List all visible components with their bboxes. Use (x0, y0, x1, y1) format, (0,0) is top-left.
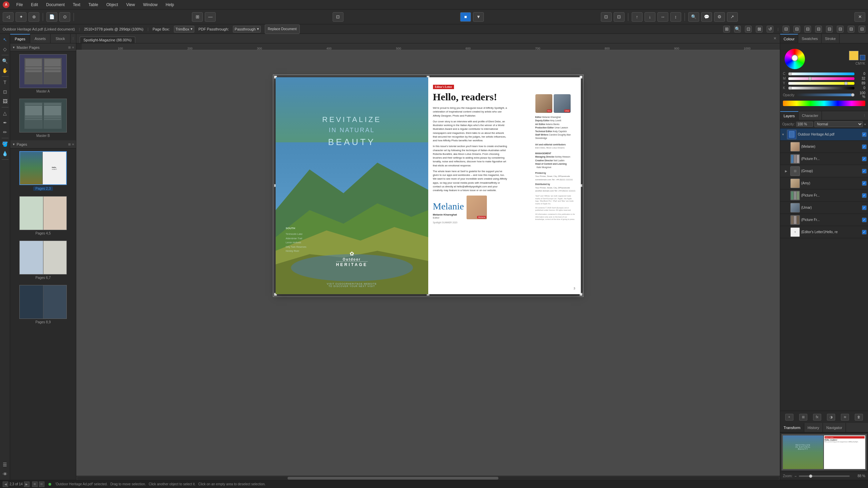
slider-k[interactable] (788, 87, 854, 89)
layers-mask-btn[interactable]: ◑ (827, 414, 835, 421)
opacity-slider[interactable] (796, 94, 854, 96)
status-book-btn[interactable]: ⊟ (39, 482, 44, 487)
tab-colour[interactable]: Colour (780, 34, 798, 43)
scrollbar-horizontal[interactable] (76, 476, 780, 480)
pages-header[interactable]: ▼ Pages ⊞ ≡ (10, 140, 76, 148)
slider-c[interactable] (788, 73, 854, 75)
doc-tool-3[interactable]: ⊡ (745, 26, 752, 33)
menu-edit[interactable]: Edit (29, 2, 39, 8)
tool-shape[interactable]: △ (1, 109, 9, 118)
doc-align-4[interactable]: ⊟ (815, 26, 822, 33)
page-box-dropdown[interactable]: TrimBox ▾ (174, 26, 195, 33)
toolbar-settings[interactable]: ⚙ (714, 12, 725, 22)
layer-amy-vis[interactable] (862, 181, 867, 186)
tab-navigator[interactable]: Navigator (823, 423, 846, 432)
layer-pdf[interactable]: ▼ Outdoor Heritage Ad.pdf (780, 128, 868, 141)
blend-mode-select[interactable]: Normal (814, 121, 863, 127)
toolbar-btn-2[interactable]: ✦ (16, 12, 26, 22)
tool-frame[interactable]: ⊡ (1, 87, 9, 96)
tool-node[interactable]: ◇ (1, 45, 9, 54)
tab-layers[interactable]: Layers (780, 111, 798, 120)
doc-align-5[interactable]: ⊟ (826, 26, 833, 33)
foreground-color[interactable] (849, 51, 859, 60)
layer-picture-fr-3[interactable]: (Picture Fr... (780, 214, 868, 226)
menu-view[interactable]: View (125, 2, 136, 8)
tab-swatches[interactable]: Swatches (798, 34, 822, 43)
slider-m[interactable] (788, 77, 854, 80)
layers-delete-btn[interactable]: 🗑 (855, 414, 863, 421)
pages-4-5-thumbnail[interactable]: Pages 4,5 (10, 194, 76, 238)
tool-image[interactable]: 🖼 (1, 97, 9, 106)
doc-align-8[interactable]: ⊟ (859, 26, 865, 33)
toolbar-arrange1[interactable]: ↑ (632, 12, 643, 22)
status-next-btn[interactable]: ▶ (24, 482, 29, 487)
slider-y[interactable] (788, 82, 854, 85)
color-gradient-bar[interactable] (783, 101, 865, 106)
toolbar-color2[interactable]: ▼ (473, 12, 484, 22)
layer-picture-fr-1[interactable]: (Picture Fr... (780, 153, 868, 165)
page-left[interactable]: REVITALIZE IN NATURAL BEAUTY SOUTH Tirri… (276, 77, 428, 294)
tool-select[interactable]: ↖ (1, 35, 9, 44)
layer-picture-fr-2-vis[interactable] (862, 193, 867, 198)
layer-picture-fr-1-vis[interactable] (862, 157, 867, 161)
pages-2-3-thumbnail[interactable]: Hello, readers! Pages 2,3 (10, 148, 76, 194)
toolbar-color1[interactable]: ■ (460, 12, 471, 22)
menu-help[interactable]: Help (164, 2, 176, 8)
status-prev-btn[interactable]: ◀ (3, 482, 8, 487)
doc-align-3[interactable]: ⊟ (804, 26, 811, 33)
panel-options[interactable]: ⋮ (71, 34, 76, 43)
toolbar-align1[interactable]: ⊡ (601, 12, 612, 22)
menu-document[interactable]: Document (45, 2, 66, 8)
status-grid-btn[interactable]: ⊞ (32, 482, 38, 487)
layer-umar[interactable]: (Umar) (780, 202, 868, 214)
toolbar-search[interactable]: 🔍 (688, 12, 699, 22)
layer-pdf-expand[interactable]: ▼ (782, 133, 786, 136)
pages-8-9-thumbnail[interactable]: Pages 8,9 (10, 282, 76, 327)
toolbar-btn-6[interactable]: — (205, 12, 216, 22)
toolbar-arrange4[interactable]: ↕ (670, 12, 681, 22)
master-pages-header[interactable]: ▼ Master Pages ⊞ ≡ (10, 43, 76, 52)
toolbar-btn-3[interactable]: ⊕ (28, 12, 39, 22)
pages-6-7-thumbnail[interactable]: Pages 6,7 (10, 238, 76, 282)
layer-group-vis[interactable] (862, 169, 867, 174)
layer-group-expand[interactable]: ▶ (785, 169, 789, 173)
canvas-scroll-area[interactable]: REVITALIZE IN NATURAL BEAUTY SOUTH Tirri… (76, 50, 780, 476)
page-right[interactable]: Editor's Letter Hello, readers! We're pr… (428, 77, 581, 294)
toolbar-btn-5[interactable]: ⊙ (59, 12, 70, 22)
toolbar-arrange2[interactable]: ↓ (645, 12, 655, 22)
tool-zoom[interactable]: 🔍 (1, 57, 9, 65)
toolbar-view-mode[interactable]: ⊡ (333, 12, 343, 22)
canvas-tab[interactable]: Spotlight-Magazine (88.00%) (80, 37, 135, 43)
menu-text[interactable]: Text (72, 2, 82, 8)
doc-align-6[interactable]: ⊟ (837, 26, 844, 33)
tool-pencil[interactable]: ✏ (1, 128, 9, 137)
doc-align-7[interactable]: ⊟ (848, 26, 854, 33)
doc-align-2[interactable]: ⊟ (793, 26, 800, 33)
tool-text[interactable]: T (1, 78, 9, 87)
canvas-close[interactable]: ✕ (773, 36, 776, 41)
tool-pen[interactable]: ✒ (1, 118, 9, 127)
menu-file[interactable]: File (15, 2, 24, 8)
toolbar-close-panel[interactable]: ✕ (854, 12, 865, 22)
toolbar-btn-1[interactable]: ◁ (3, 12, 14, 22)
layers-adjust-btn[interactable]: ≋ (841, 414, 849, 421)
pages-options[interactable]: ≡ (72, 143, 74, 146)
layer-editors-letter[interactable]: T (Editor's Letter1Hello, re (780, 226, 868, 238)
layer-umar-vis[interactable] (862, 205, 867, 210)
replace-document-btn[interactable]: Replace Document (265, 24, 300, 34)
doc-tool-2[interactable]: 🔍 (734, 26, 741, 33)
menu-window[interactable]: Window (142, 2, 159, 8)
layer-group[interactable]: ▶ ⊞ (Group) (780, 165, 868, 177)
tab-character[interactable]: Character (798, 111, 822, 120)
layer-picture-fr-2[interactable]: (Picture Fr... (780, 189, 868, 202)
master-pages-add[interactable]: ⊞ (68, 46, 71, 49)
zoom-slider[interactable] (799, 475, 850, 477)
tool-pan[interactable]: ✋ (1, 66, 9, 75)
toolbar-arrange3[interactable]: ↔ (657, 12, 668, 22)
toolbar-share[interactable]: ↗ (727, 12, 738, 22)
layer-melanie[interactable]: (Melanie) (780, 141, 868, 153)
doc-align-1[interactable]: ⊟ (783, 26, 789, 33)
toolbar-comments[interactable]: 💬 (701, 12, 712, 22)
tool-hand[interactable]: ☰ (1, 460, 9, 469)
tab-pages[interactable]: Pages (10, 34, 30, 43)
